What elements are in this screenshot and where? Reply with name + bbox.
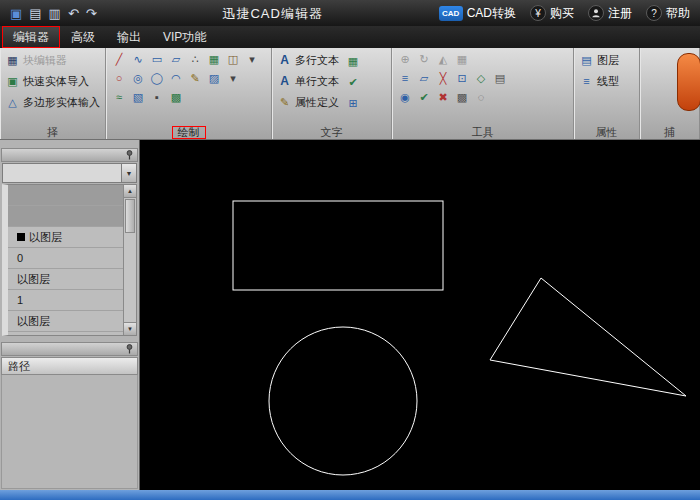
rectangle-icon[interactable]: ▭	[148, 51, 166, 68]
stretch-icon[interactable]: ▱	[415, 70, 433, 87]
layers-icon: ▤	[579, 53, 594, 68]
sketch-icon[interactable]: ✎	[186, 70, 204, 87]
grid-icon[interactable]: ▩	[453, 89, 471, 106]
path-panel: 路径	[0, 342, 139, 490]
triangle-shape[interactable]	[490, 278, 686, 396]
multiline-text-button[interactable]: A 多行文本	[276, 51, 340, 70]
multiline-text-icon: A	[277, 53, 292, 68]
table-row[interactable]	[8, 185, 136, 206]
attribute-define-button[interactable]: ✎ 属性定义	[276, 93, 340, 112]
pin-icon[interactable]	[125, 150, 134, 160]
singleline-text-icon: A	[277, 74, 292, 89]
linetype-button[interactable]: ≡ 线型	[578, 72, 635, 91]
field-icon[interactable]: ⊞	[344, 95, 362, 112]
mirror-icon[interactable]: ◭	[434, 51, 452, 68]
line-icon[interactable]: ╱	[110, 51, 128, 68]
revision-cloud-icon[interactable]: ≈	[110, 89, 128, 106]
property-filter-dropdown[interactable]: ▼	[2, 163, 137, 183]
chevron-down-icon[interactable]: ▼	[121, 164, 136, 182]
tab-vip[interactable]: VIP功能	[152, 26, 217, 48]
trim-icon[interactable]: ╳	[434, 70, 452, 87]
linetype-icon: ≡	[579, 74, 594, 89]
quick-entity-import-button[interactable]: ▣ 快速实体导入	[4, 72, 101, 91]
image-icon[interactable]: ▩	[167, 89, 185, 106]
offset-icon[interactable]: ≡	[396, 70, 414, 87]
rotate-icon[interactable]: ↻	[415, 51, 433, 68]
circle-shape[interactable]	[269, 327, 417, 475]
table-row[interactable]: 0	[8, 248, 136, 269]
delete-icon[interactable]: ✖	[434, 89, 452, 106]
path-panel-body[interactable]	[1, 375, 138, 489]
yen-icon: ¥	[530, 5, 546, 21]
donut-icon[interactable]: ◎	[129, 70, 147, 87]
scale-icon[interactable]: ◇	[472, 70, 490, 87]
ellipse-icon[interactable]: ◯	[148, 70, 166, 87]
ribbon-group-properties: ▤ 图层 ≡ 线型 属性	[574, 48, 640, 139]
select-icon[interactable]: ◉	[396, 89, 414, 106]
app-icon[interactable]: ▣	[10, 6, 22, 21]
point-style-icon[interactable]: ▪	[148, 89, 166, 106]
tab-output[interactable]: 输出	[106, 26, 152, 48]
quick-entity-import-label: 快速实体导入	[23, 74, 89, 89]
settings-icon[interactable]: ◌	[472, 89, 490, 106]
group-label-select: 择	[0, 126, 105, 139]
table-row[interactable]: 以图层	[8, 269, 136, 290]
print-icon[interactable]: ▥	[49, 6, 61, 21]
group-label-text: 文字	[272, 126, 391, 139]
snap-tool-icon[interactable]	[677, 53, 700, 111]
title-area: 迅捷CAD编辑器	[107, 4, 439, 23]
pin-icon[interactable]	[125, 344, 134, 354]
table-icon[interactable]: ▦	[205, 51, 223, 68]
block-editor-button[interactable]: ▦ 块编辑器	[4, 51, 101, 70]
spline-icon[interactable]: ∿	[129, 51, 147, 68]
redo-icon[interactable]: ↷	[86, 6, 97, 21]
scroll-up-icon[interactable]: ▲	[124, 185, 136, 198]
layer-button[interactable]: ▤ 图层	[578, 51, 635, 70]
ribbon-group-draw: ╱∿▭▱∴▦◫▾ ○◎◯◠✎▨▾ ≈▧▪▩ 绘制	[106, 48, 272, 139]
register-button[interactable]: 注册	[588, 5, 632, 22]
circle-icon[interactable]: ○	[110, 70, 128, 87]
polygon-entity-input-button[interactable]: △ 多边形实体输入	[4, 93, 101, 112]
table-row[interactable]	[8, 206, 136, 227]
drawing-canvas-svg	[140, 140, 700, 490]
block-editor-icon: ▦	[5, 53, 20, 68]
table-row[interactable]: 以图层	[8, 227, 136, 248]
move-icon[interactable]: ⊕	[396, 51, 414, 68]
drawing-canvas[interactable]	[140, 140, 700, 490]
list-icon[interactable]: ▤	[491, 70, 509, 87]
check-icon[interactable]: ✔	[344, 74, 362, 91]
ribbon-group-tools: ⊕↻◭▦ ≡▱╳⊡◇▤ ◉✔✖▩◌ 工具	[392, 48, 574, 139]
block-icon[interactable]: ◫	[224, 51, 242, 68]
extend-icon[interactable]: ⊡	[453, 70, 471, 87]
hatch-icon[interactable]: ▧	[129, 89, 147, 106]
title-actions: CAD CAD转换 ¥ 购买 注册 ? 帮助	[439, 5, 700, 22]
rectangle-shape[interactable]	[233, 201, 443, 290]
scroll-down-icon[interactable]: ▼	[124, 322, 136, 335]
tab-advanced[interactable]: 高级	[60, 26, 106, 48]
arc-icon[interactable]: ◠	[167, 70, 185, 87]
group-label-properties: 属性	[574, 126, 639, 139]
attribute-define-label: 属性定义	[295, 95, 339, 110]
chevron-down-icon[interactable]: ▾	[243, 51, 261, 68]
table-row[interactable]: 以图层	[8, 311, 136, 332]
polygon-icon[interactable]: ▱	[167, 51, 185, 68]
scrollbar-thumb[interactable]	[125, 199, 135, 233]
cad-convert-button[interactable]: CAD CAD转换	[439, 5, 516, 22]
chevron-down-icon[interactable]: ▾	[224, 70, 242, 87]
main-area: ▼ 以图层 0 以图层 1 以图层 ▲ ▼	[0, 140, 700, 490]
undo-icon[interactable]: ↶	[68, 6, 79, 21]
singleline-text-button[interactable]: A 单行文本	[276, 72, 340, 91]
array-icon[interactable]: ▦	[453, 51, 471, 68]
check-icon[interactable]: ✔	[415, 89, 433, 106]
group-label-tools: 工具	[392, 126, 573, 139]
table-row[interactable]: 1	[8, 290, 136, 311]
buy-button[interactable]: ¥ 购买	[530, 5, 574, 22]
table-icon[interactable]: ▦	[344, 53, 362, 70]
help-button[interactable]: ? 帮助	[646, 5, 690, 22]
scrollbar[interactable]: ▲ ▼	[123, 185, 136, 335]
save-icon[interactable]: ▤	[29, 6, 41, 21]
hatch-lines-icon[interactable]: ▨	[205, 70, 223, 87]
tab-editor[interactable]: 编辑器	[2, 26, 60, 48]
point-icon[interactable]: ∴	[186, 51, 204, 68]
polygon-entity-input-label: 多边形实体输入	[23, 95, 100, 110]
